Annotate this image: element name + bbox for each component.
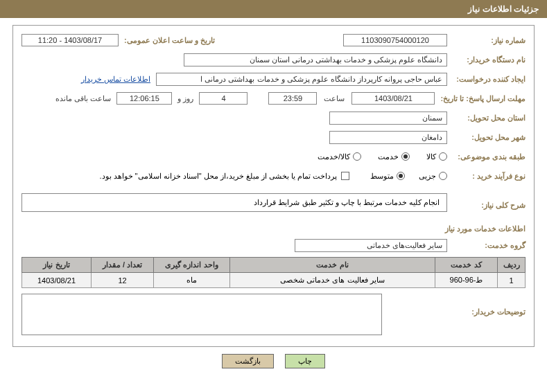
value-deadline-date: 1403/08/21 (351, 92, 435, 105)
details-panel: شماره نیاز: 1103090754000120 تاریخ و ساع… (12, 25, 535, 347)
services-table: ردیف کد خدمت نام خدمت واحد اندازه گیری ت… (21, 257, 526, 288)
label-overview: شرح کلی نیاز: (453, 201, 526, 210)
th-qty: تعداد / مقدار (92, 258, 154, 273)
radio-both[interactable]: کالا/خدمت (318, 152, 361, 161)
label-buyer-notes: توضیحات خریدار: (453, 294, 526, 317)
label-category: طبقه بندی موضوعی: (453, 152, 526, 161)
radio-medium[interactable]: متوسط (370, 172, 405, 181)
row-buyer-notes: توضیحات خریدار: (21, 294, 526, 335)
row-category: طبقه بندی موضوعی: کالا خدمت کالا/خدمت (21, 149, 526, 164)
radio-service[interactable]: خدمت (378, 152, 410, 161)
radio-group-process: جزیی متوسط (370, 172, 447, 181)
row-service-group: گروه خدمت: سایر فعالیت‌های خدماتی (21, 238, 526, 253)
button-row: چاپ بازگشت (0, 354, 547, 368)
td-qty: 12 (92, 273, 154, 288)
row-province: استان محل تحویل: سمنان (21, 110, 526, 125)
label-requester: ایجاد کننده درخواست: (453, 75, 526, 84)
row-buyer-org: نام دستگاه خریدار: دانشگاه علوم پزشکی و … (21, 52, 526, 67)
value-city: دامغان (329, 131, 447, 144)
value-time-remaining: 12:06:15 (116, 92, 172, 105)
row-city: شهر محل تحویل: دامغان (21, 130, 526, 145)
value-announce-date: 1403/08/17 - 11:20 (21, 34, 119, 46)
td-unit: ماه (154, 273, 230, 288)
label-province: استان محل تحویل: (453, 114, 526, 123)
td-date: 1403/08/21 (22, 273, 92, 288)
table-header-row: ردیف کد خدمت نام خدمت واحد اندازه گیری ت… (22, 258, 526, 273)
textarea-buyer-notes[interactable] (21, 294, 382, 335)
td-row: 1 (498, 273, 526, 288)
label-payment-note: پرداخت تمام یا بخشی از مبلغ خرید،از محل … (99, 172, 337, 181)
value-requester: عباس حاجی پروانه کارپرداز دانشگاه علوم پ… (156, 73, 447, 86)
value-overview: انجام کلیه خدمات مرتبط با چاپ و تکثیر طب… (21, 193, 447, 212)
label-time: ساعت (324, 94, 345, 103)
row-deadline: مهلت ارسال پاسخ: تا تاریخ: 1403/08/21 سا… (21, 91, 526, 106)
label-buyer-org: نام دستگاه خریدار: (453, 55, 526, 64)
label-days-and: روز و (177, 94, 193, 103)
print-button[interactable]: چاپ (285, 354, 325, 368)
link-buyer-contact[interactable]: اطلاعات تماس خریدار (81, 75, 150, 84)
label-service-group: گروه خدمت: (453, 241, 526, 250)
payment-note-wrap: پرداخت تمام یا بخشی از مبلغ خرید،از محل … (99, 172, 349, 181)
label-time-remaining: ساعت باقی مانده (55, 94, 111, 103)
row-process: نوع فرآیند خرید : جزیی متوسط پرداخت تمام… (21, 168, 526, 184)
table-row: 1 ط-96-960 سایر فعالیت های خدماتی شخصی م… (22, 273, 526, 288)
th-unit: واحد اندازه گیری (154, 258, 230, 273)
value-buyer-org: دانشگاه علوم پزشکی و خدمات بهداشتی درمان… (184, 53, 447, 66)
value-province: سمنان (329, 112, 447, 125)
back-button[interactable]: بازگشت (222, 354, 274, 368)
radio-minor[interactable]: جزیی (419, 172, 447, 181)
th-date: تاریخ نیاز (22, 258, 92, 273)
radio-goods[interactable]: کالا (426, 152, 447, 161)
label-announce-date: تاریخ و ساعت اعلان عمومی: (124, 36, 215, 45)
label-city: شهر محل تحویل: (453, 133, 526, 142)
td-name: سایر فعالیت های خدماتی شخصی (230, 273, 435, 288)
th-code: کد خدمت (435, 258, 498, 273)
label-process: نوع فرآیند خرید : (453, 172, 526, 181)
label-deadline: مهلت ارسال پاسخ: تا تاریخ: (440, 93, 526, 103)
label-need-number: شماره نیاز: (453, 36, 526, 45)
header-title: جزئیات اطلاعات نیاز (468, 4, 539, 14)
radio-group-category: کالا خدمت کالا/خدمت (318, 152, 447, 161)
td-code: ط-96-960 (435, 273, 498, 288)
value-service-group: سایر فعالیت‌های خدماتی (295, 239, 447, 252)
th-name: نام خدمت (230, 258, 435, 273)
value-days-remaining: 4 (199, 92, 248, 105)
row-overview: شرح کلی نیاز: انجام کلیه خدمات مرتبط با … (21, 193, 526, 217)
value-deadline-time: 23:59 (268, 92, 317, 105)
checkbox-payment[interactable] (341, 172, 349, 180)
row-need-number: شماره نیاز: 1103090754000120 تاریخ و ساع… (21, 33, 526, 48)
section-services-info: اطلاعات خدمات مورد نیاز (21, 224, 526, 233)
row-requester: ایجاد کننده درخواست: عباس حاجی پروانه کا… (21, 71, 526, 87)
th-row: ردیف (498, 258, 526, 273)
value-need-number: 1103090754000120 (343, 34, 447, 46)
panel-header: جزئیات اطلاعات نیاز (0, 0, 547, 18)
